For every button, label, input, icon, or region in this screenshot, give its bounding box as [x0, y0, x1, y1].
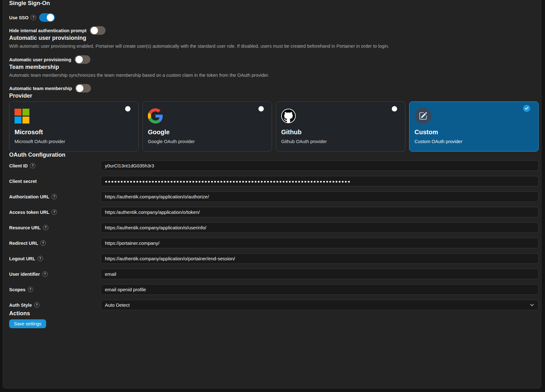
logout-url-input[interactable] [101, 253, 539, 264]
provisioning-description: With automatic user provisioning enabled… [9, 44, 539, 49]
resource-url-input[interactable] [101, 222, 539, 233]
hide-prompt-row: Hide internal authentication prompt [9, 26, 539, 35]
help-glyph: ? [36, 303, 38, 307]
scopes-row: Scopes ? [9, 284, 539, 295]
radio-unselected-icon[interactable] [392, 106, 397, 112]
provider-card-description: Microsoft OAuth provider [15, 139, 133, 144]
redirect-url-row: Redirect URL ? [9, 238, 539, 248]
provider-card-custom[interactable]: Custom Custom OAuth provider [409, 101, 539, 152]
help-icon[interactable]: ? [30, 163, 35, 168]
selected-check-icon [523, 105, 530, 112]
hide-prompt-label: Hide internal authentication prompt [9, 28, 87, 33]
redirect-url-label: Redirect URL [9, 241, 38, 246]
chevron-down-icon [530, 304, 534, 306]
google-logo-icon [148, 108, 163, 124]
provisioning-section-title: Automatic user provisioning [9, 35, 539, 41]
oauth-section-title: OAuth Configuration [9, 152, 539, 158]
provider-card-description: Github OAuth provider [281, 139, 400, 144]
authorization-url-row: Authorization URL ? [9, 191, 539, 202]
user-identifier-input[interactable] [101, 269, 539, 279]
toggle-knob [47, 14, 54, 21]
client-id-label: Client ID [9, 163, 28, 168]
client-id-input[interactable] [101, 160, 539, 171]
scopes-label: Scopes [9, 287, 26, 292]
provider-card-title: Google [148, 128, 267, 136]
provider-card-description: Custom OAuth provider [415, 139, 533, 144]
help-icon[interactable]: ? [51, 194, 57, 199]
auth-style-label: Auth Style [9, 303, 32, 308]
client-secret-label: Client secret [9, 179, 37, 184]
help-icon[interactable]: ? [51, 209, 57, 215]
team-label: Automatic team membership [9, 86, 72, 91]
provider-card-title: Github [281, 128, 400, 136]
access-token-url-input[interactable] [101, 207, 539, 217]
provisioning-row: Automatic user provisioning [9, 55, 539, 64]
microsoft-logo-icon [15, 109, 29, 124]
logout-url-row: Logout URL ? [9, 253, 539, 264]
actions-section-title: Actions [9, 310, 539, 317]
provider-cards: Microsoft Microsoft OAuth provider Googl… [9, 101, 539, 152]
toggle-knob [91, 27, 98, 34]
resource-url-row: Resource URL ? [9, 222, 539, 233]
help-glyph: ? [53, 210, 55, 214]
help-glyph: ? [32, 16, 34, 19]
help-glyph: ? [42, 241, 44, 245]
redirect-url-input[interactable] [101, 238, 539, 248]
toggle-knob [76, 85, 83, 92]
team-row: Automatic team membership [9, 84, 539, 93]
team-section-title: Team membership [9, 64, 539, 70]
provider-card-description: Google OAuth provider [148, 139, 267, 144]
hide-prompt-toggle[interactable] [90, 26, 106, 35]
toggle-knob [76, 56, 83, 63]
use-sso-label: Use SSO [9, 15, 28, 20]
team-toggle[interactable] [75, 84, 91, 93]
provider-card-microsoft[interactable]: Microsoft Microsoft OAuth provider [9, 101, 139, 152]
auth-style-select[interactable]: Auto Detect [101, 300, 539, 310]
custom-edit-icon [415, 107, 432, 124]
github-logo-icon [281, 109, 296, 123]
help-glyph: ? [32, 164, 34, 167]
provider-card-google[interactable]: Google Google OAuth provider [142, 101, 272, 152]
help-icon[interactable]: ? [34, 302, 39, 308]
authorization-url-label: Authorization URL [9, 194, 49, 199]
oauth-settings-panel: Single Sign-On Use SSO ? Hide internal a… [3, 0, 542, 389]
radio-unselected-icon[interactable] [258, 106, 264, 112]
help-icon[interactable]: ? [31, 15, 36, 20]
client-id-row: Client ID ? [9, 160, 539, 171]
team-description: Automatic team membership synchronizes t… [9, 73, 539, 78]
use-sso-toggle[interactable] [39, 13, 55, 22]
provider-section-title: Provider [9, 93, 539, 99]
provisioning-toggle[interactable] [75, 55, 90, 64]
help-glyph: ? [29, 288, 32, 291]
help-icon[interactable]: ? [42, 271, 48, 277]
user-identifier-label: User identifier [9, 272, 40, 277]
user-identifier-row: User identifier ? [9, 269, 539, 279]
access-token-url-row: Access token URL ? [9, 207, 539, 217]
help-icon[interactable]: ? [40, 240, 46, 246]
auth-style-selected-value: Auto Detect [105, 302, 130, 308]
auth-style-row: Auth Style ? Auto Detect [9, 300, 539, 310]
help-glyph: ? [44, 272, 46, 276]
help-glyph: ? [53, 195, 55, 198]
scopes-input[interactable] [101, 284, 539, 295]
client-secret-input[interactable] [101, 176, 539, 186]
help-glyph: ? [39, 257, 41, 260]
client-secret-row: Client secret [9, 176, 539, 186]
sso-section-title: Single Sign-On [9, 0, 539, 6]
provider-card-github[interactable]: Github Github OAuth provider [276, 101, 405, 152]
help-icon[interactable]: ? [43, 225, 48, 230]
help-icon[interactable]: ? [38, 256, 43, 261]
use-sso-row: Use SSO ? [9, 13, 539, 22]
provider-card-title: Custom [415, 128, 533, 136]
authorization-url-input[interactable] [101, 191, 539, 202]
logout-url-label: Logout URL [9, 256, 35, 261]
provisioning-label: Automatic user provisioning [9, 57, 71, 62]
access-token-url-label: Access token URL [9, 210, 49, 215]
resource-url-label: Resource URL [9, 225, 41, 230]
radio-unselected-icon[interactable] [125, 106, 130, 112]
help-glyph: ? [45, 226, 47, 229]
provider-card-title: Microsoft [15, 128, 133, 136]
save-settings-button[interactable]: Save settings [9, 319, 46, 328]
help-icon[interactable]: ? [28, 287, 33, 292]
